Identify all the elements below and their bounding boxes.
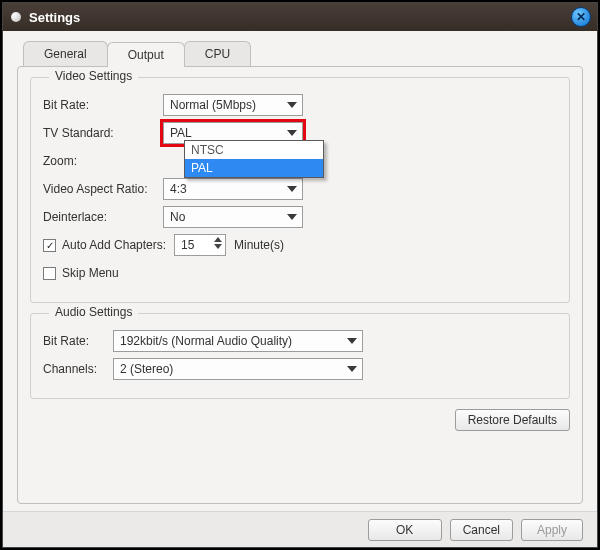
restore-defaults-row: Restore Defaults bbox=[30, 409, 570, 431]
cancel-button[interactable]: Cancel bbox=[450, 519, 513, 541]
output-panel: Video Settings Bit Rate: Normal (5Mbps) … bbox=[17, 66, 583, 504]
dropdown-option-pal[interactable]: PAL bbox=[185, 159, 323, 177]
audio-settings-legend: Audio Settings bbox=[49, 305, 138, 319]
select-audio-bitrate-value: 192kbit/s (Normal Audio Quality) bbox=[120, 334, 292, 348]
apply-button[interactable]: Apply bbox=[521, 519, 583, 541]
video-settings-group: Video Settings Bit Rate: Normal (5Mbps) … bbox=[30, 77, 570, 303]
select-bitrate-value: Normal (5Mbps) bbox=[170, 98, 256, 112]
settings-window: Settings ✕ General Output CPU Video Sett… bbox=[2, 2, 598, 548]
label-zoom: Zoom: bbox=[43, 154, 163, 168]
audio-settings-group: Audio Settings Bit Rate: 192kbit/s (Norm… bbox=[30, 313, 570, 399]
chevron-down-icon bbox=[287, 214, 297, 220]
row-deinterlace: Deinterlace: No bbox=[43, 206, 557, 228]
select-aspect-value: 4:3 bbox=[170, 182, 187, 196]
tab-general[interactable]: General bbox=[23, 41, 108, 66]
content-area: General Output CPU Video Settings Bit Ra… bbox=[3, 31, 597, 511]
label-audio-bitrate: Bit Rate: bbox=[43, 334, 113, 348]
chevron-down-icon bbox=[214, 244, 222, 249]
dialog-footer: OK Cancel Apply bbox=[3, 511, 597, 547]
label-tvstd: TV Standard: bbox=[43, 126, 163, 140]
label-skipmenu: Skip Menu bbox=[62, 266, 119, 280]
close-button[interactable]: ✕ bbox=[571, 7, 591, 27]
select-channels-value: 2 (Stereo) bbox=[120, 362, 173, 376]
chevron-up-icon bbox=[214, 237, 222, 242]
select-deinterlace-value: No bbox=[170, 210, 185, 224]
dropdown-option-ntsc[interactable]: NTSC bbox=[185, 141, 323, 159]
close-icon: ✕ bbox=[576, 10, 586, 24]
tab-bar: General Output CPU bbox=[23, 41, 583, 66]
select-channels[interactable]: 2 (Stereo) bbox=[113, 358, 363, 380]
chevron-down-icon bbox=[287, 130, 297, 136]
row-channels: Channels: 2 (Stereo) bbox=[43, 358, 557, 380]
tv-standard-dropdown: NTSC PAL bbox=[184, 140, 324, 178]
chevron-down-icon bbox=[347, 366, 357, 372]
row-bitrate: Bit Rate: Normal (5Mbps) bbox=[43, 94, 557, 116]
row-skipmenu: Skip Menu bbox=[43, 262, 557, 284]
row-audio-bitrate: Bit Rate: 192kbit/s (Normal Audio Qualit… bbox=[43, 330, 557, 352]
tab-output[interactable]: Output bbox=[107, 42, 185, 67]
checkbox-skip-menu[interactable] bbox=[43, 267, 56, 280]
label-aspect: Video Aspect Ratio: bbox=[43, 182, 163, 196]
select-tvstd-value: PAL bbox=[170, 126, 192, 140]
label-bitrate: Bit Rate: bbox=[43, 98, 163, 112]
select-bitrate[interactable]: Normal (5Mbps) bbox=[163, 94, 303, 116]
spinner-chapters-interval[interactable]: 15 bbox=[174, 234, 226, 256]
ok-button[interactable]: OK bbox=[368, 519, 442, 541]
select-audio-bitrate[interactable]: 192kbit/s (Normal Audio Quality) bbox=[113, 330, 363, 352]
select-deinterlace[interactable]: No bbox=[163, 206, 303, 228]
video-settings-legend: Video Settings bbox=[49, 69, 138, 83]
checkbox-auto-chapters[interactable]: ✓ bbox=[43, 239, 56, 252]
label-channels: Channels: bbox=[43, 362, 113, 376]
select-aspect[interactable]: 4:3 bbox=[163, 178, 303, 200]
row-autochapters: ✓ Auto Add Chapters: 15 Minute(s) bbox=[43, 234, 557, 256]
tab-cpu[interactable]: CPU bbox=[184, 41, 251, 66]
titlebar: Settings ✕ bbox=[3, 3, 597, 31]
restore-defaults-button[interactable]: Restore Defaults bbox=[455, 409, 570, 431]
spinner-arrows[interactable] bbox=[214, 237, 222, 249]
spinner-value: 15 bbox=[181, 238, 194, 252]
app-icon bbox=[11, 12, 21, 22]
label-autochapters: Auto Add Chapters: bbox=[62, 238, 174, 252]
chevron-down-icon bbox=[287, 102, 297, 108]
chevron-down-icon bbox=[347, 338, 357, 344]
label-minutes: Minute(s) bbox=[234, 238, 284, 252]
row-aspect: Video Aspect Ratio: 4:3 bbox=[43, 178, 557, 200]
window-title: Settings bbox=[29, 10, 571, 25]
chevron-down-icon bbox=[287, 186, 297, 192]
label-deinterlace: Deinterlace: bbox=[43, 210, 163, 224]
